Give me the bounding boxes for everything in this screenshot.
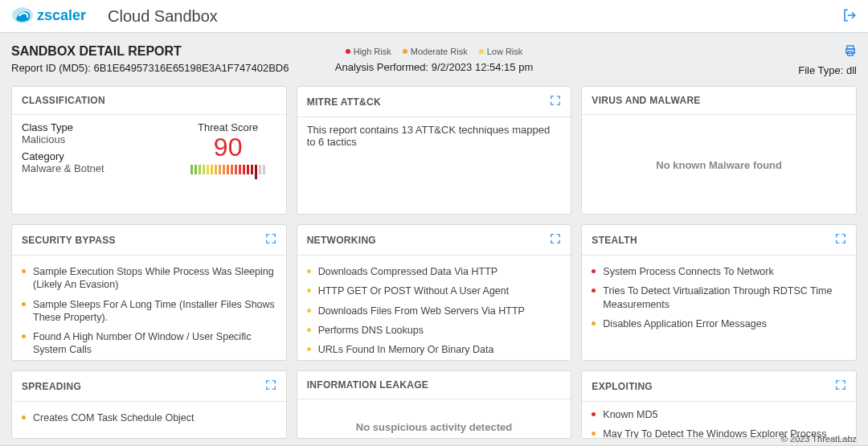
- list-item: Uses HTTPS: [307, 359, 562, 360]
- card-mitre: MITRE ATT&CK This report contains 13 ATT…: [297, 86, 572, 215]
- analysis-performed: Analysis Performed: 9/2/2023 12:54:15 pm: [293, 61, 575, 73]
- spreading-list: Creates COM Task Schedule Object: [22, 408, 276, 428]
- list-item: Creates COM Task Schedule Object: [22, 408, 276, 428]
- category-value: Malware & Botnet: [22, 162, 172, 174]
- card-classification: CLASSIFICATION Class Type Malicious Cate…: [11, 86, 287, 215]
- risk-legend: High Risk Moderate Risk Low Risk: [346, 47, 523, 56]
- list-item: Disables Application Error Messages: [592, 314, 846, 333]
- card-exploiting: EXPLOITING Known MD5 May Try To Detect T…: [581, 370, 857, 439]
- expand-icon[interactable]: [265, 379, 276, 393]
- svg-text:zscaler: zscaler: [37, 7, 86, 23]
- networking-list: Downloads Compressed Data Via HTTP HTTP …: [307, 262, 562, 360]
- mitre-summary: This report contains 13 ATT&CK technique…: [307, 124, 562, 148]
- list-item: Known MD5: [592, 405, 846, 424]
- expand-icon[interactable]: [835, 233, 846, 247]
- card-title: INFORMATION LEAKAGE: [307, 379, 428, 391]
- expand-icon[interactable]: [550, 95, 561, 108]
- list-item: Sample Sleeps For A Long Time (Installer…: [22, 295, 276, 328]
- product-title: Cloud Sandbox: [108, 7, 218, 26]
- class-type-label: Class Type: [22, 121, 172, 133]
- footer-copyright: © 2023 ThreatLabz: [781, 434, 857, 444]
- category-label: Category: [22, 150, 172, 162]
- threat-score-value: 90: [180, 133, 276, 162]
- card-title: STEALTH: [592, 235, 637, 246]
- report-id: Report ID (MD5): 6B1E64957316E65198E3A1F…: [11, 62, 293, 74]
- print-icon[interactable]: [844, 44, 857, 59]
- expand-icon[interactable]: [835, 379, 846, 393]
- logout-icon[interactable]: [842, 8, 857, 25]
- card-networking: NETWORKING Downloads Compressed Data Via…: [297, 224, 572, 361]
- card-spreading: SPREADING Creates COM Task Schedule Obje…: [11, 370, 287, 439]
- list-item: URLs Found In Memory Or Binary Data: [307, 340, 562, 359]
- list-item: Downloads Files From Web Servers Via HTT…: [307, 301, 562, 321]
- list-item: Downloads Compressed Data Via HTTP: [307, 262, 562, 281]
- stealth-list: System Process Connects To Network Tries…: [592, 262, 846, 333]
- threat-gauge-icon: [180, 165, 276, 179]
- list-item: Found A High Number Of Window / User Spe…: [22, 327, 276, 360]
- class-type-value: Malicious: [22, 133, 172, 145]
- list-item: Contains Long Sleeps: [22, 360, 276, 361]
- card-security-bypass: SECURITY BYPASS Sample Execution Stops W…: [11, 224, 287, 361]
- card-title: SPREADING: [22, 381, 81, 392]
- card-title: VIRUS AND MALWARE: [592, 95, 700, 106]
- card-title: SECURITY BYPASS: [22, 235, 116, 246]
- list-item: HTTP GET Or POST Without A User Agent: [307, 281, 562, 301]
- card-title: NETWORKING: [307, 235, 376, 246]
- threat-score-label: Threat Score: [180, 121, 276, 133]
- exploiting-list: Known MD5 May Try To Detect The Windows …: [592, 405, 846, 438]
- list-item: Sample Execution Stops While Process Was…: [22, 262, 276, 295]
- file-type: File Type: dll: [798, 64, 857, 76]
- expand-icon[interactable]: [265, 233, 276, 247]
- zscaler-logo-icon: zscaler: [11, 5, 100, 28]
- list-item: Tries To Detect Virtualization Through R…: [592, 281, 846, 314]
- card-title: MITRE ATT&CK: [307, 96, 381, 108]
- list-item: System Process Connects To Network: [592, 262, 846, 281]
- info-leak-message: No suspicious activity detected: [297, 420, 571, 432]
- card-stealth: STEALTH System Process Connects To Netwo…: [581, 224, 857, 361]
- card-title: EXPLOITING: [592, 381, 653, 392]
- card-info-leak: INFORMATION LEAKAGE No suspicious activi…: [297, 370, 572, 439]
- card-virus: VIRUS AND MALWARE No known Malware found: [581, 86, 857, 215]
- list-item: Performs DNS Lookups: [307, 321, 562, 340]
- virus-message: No known Malware found: [582, 158, 856, 170]
- report-title: SANDBOX DETAIL REPORT: [11, 44, 293, 59]
- security-bypass-list: Sample Execution Stops While Process Was…: [22, 262, 276, 360]
- expand-icon[interactable]: [550, 233, 561, 247]
- card-title: CLASSIFICATION: [22, 95, 105, 106]
